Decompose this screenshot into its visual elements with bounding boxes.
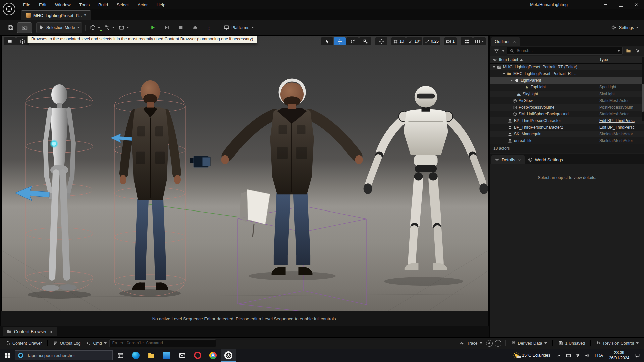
world-space-toggle[interactable] [375, 37, 387, 45]
trace-dropdown[interactable]: Trace [457, 339, 485, 348]
menu-file[interactable]: File [19, 1, 34, 9]
console-input[interactable] [109, 339, 216, 347]
show-desktop-button[interactable] [642, 349, 644, 362]
language-indicator[interactable]: FRA [592, 353, 606, 358]
file-explorer-button[interactable] [144, 349, 159, 362]
table-row[interactable]: SM_HalfSphereBackground StaticMeshActor [490, 111, 644, 117]
settings-dropdown[interactable]: Settings [609, 23, 641, 33]
table-row[interactable]: BP_ThirdPersonCharacter2 Edit BP_ThirdPe… [490, 124, 644, 131]
close-details-button[interactable] [518, 157, 521, 162]
view-mode-button[interactable] [16, 37, 29, 45]
table-row[interactable]: unreal_file SkeletalMeshActor [490, 137, 644, 144]
rotation-snap-toggle[interactable]: 10° [406, 37, 422, 45]
taskbar-search-input[interactable] [26, 353, 109, 358]
table-row[interactable]: AirGlow StaticMeshActor [490, 97, 644, 104]
save-button[interactable] [3, 23, 17, 33]
weather-widget[interactable]: 15°C Eclaircies [509, 349, 554, 362]
viewport-options-button[interactable] [4, 37, 16, 45]
mail-app-button[interactable] [174, 349, 190, 362]
viewport-split-button[interactable] [473, 37, 486, 45]
blueprints-button[interactable] [102, 23, 117, 33]
taskbar-search[interactable] [15, 350, 113, 360]
table-row[interactable]: SK_Mannequin SkeletalMeshActor [490, 131, 644, 137]
table-row[interactable]: TopLight SpotLight [490, 84, 644, 90]
outliner-search[interactable] [507, 47, 623, 55]
clock[interactable]: 23:39 26/01/2024 [606, 350, 633, 361]
expander-icon[interactable] [493, 66, 495, 68]
table-row[interactable]: MHC_LightingPreset_Portrait_RT ... [490, 70, 644, 77]
cmd-dropdown[interactable]: Cmd [83, 339, 109, 348]
selection-mode-dropdown[interactable]: Selection Mode [36, 22, 82, 33]
menu-window[interactable]: Window [51, 1, 74, 9]
volume-button[interactable] [583, 349, 592, 362]
output-log-button[interactable]: Output Log [50, 339, 84, 348]
play-options-button[interactable]: ⋮ [202, 23, 216, 33]
derived-data-dropdown[interactable]: Derived Data [508, 339, 550, 348]
table-row[interactable]: SkyLight SkyLight [490, 90, 644, 97]
add-folder-button[interactable] [625, 47, 632, 54]
move-tool-button[interactable] [334, 37, 346, 45]
edit-blueprint-link[interactable]: Edit BP_ThirdPersc [599, 117, 635, 124]
platforms-dropdown[interactable]: Platforms [222, 23, 256, 33]
menu-tools[interactable]: Tools [76, 1, 93, 9]
viewport-layout-button[interactable] [461, 37, 473, 45]
frame-skip-button[interactable] [160, 23, 174, 33]
filter-button[interactable] [493, 47, 500, 54]
edge-app-button[interactable] [128, 349, 144, 362]
eject-button[interactable] [188, 23, 202, 33]
revision-control-dropdown[interactable]: Revision Control [593, 339, 641, 348]
camera-speed-button[interactable]: 1 [444, 37, 457, 45]
edit-blueprint-link[interactable]: Edit BP_ThirdPersc [599, 124, 635, 131]
tab-details[interactable]: Details [491, 155, 525, 164]
tab-outliner[interactable]: Outliner [491, 37, 520, 46]
screenshot-button[interactable] [495, 340, 501, 347]
table-row-selected[interactable]: LightParent [490, 77, 644, 84]
content-browser-tab[interactable]: Content Browser [3, 327, 57, 336]
unreal-app-button[interactable] [221, 349, 236, 362]
unsaved-button[interactable]: 1 Unsaved [555, 339, 588, 348]
menu-build[interactable]: Build [95, 1, 112, 9]
menu-select[interactable]: Select [113, 1, 132, 9]
network-button[interactable] [573, 349, 583, 362]
hidden-icons-button[interactable] [554, 349, 564, 362]
play-button[interactable] [146, 23, 160, 33]
menu-help[interactable]: Help [153, 1, 169, 9]
start-button[interactable] [0, 349, 15, 362]
stop-button[interactable] [174, 23, 188, 33]
close-button[interactable] [629, 0, 644, 9]
close-outliner-button[interactable] [513, 39, 516, 44]
outliner-scrollbar[interactable] [642, 57, 644, 121]
task-view-button[interactable] [113, 349, 128, 362]
expander-icon[interactable] [503, 73, 505, 75]
select-tool-button[interactable] [321, 37, 333, 45]
minimize-button[interactable] [598, 0, 613, 9]
add-actor-button[interactable]: + [88, 23, 102, 33]
content-drawer-button[interactable]: Content Drawer [3, 339, 45, 348]
menu-actor[interactable]: Actor [134, 1, 151, 9]
menu-edit[interactable]: Edit [35, 1, 50, 9]
grid-snap-toggle[interactable]: 10 [391, 37, 406, 45]
eye-icon[interactable] [493, 58, 497, 62]
scale-tool-button[interactable] [359, 37, 371, 45]
chrome-app-button[interactable] [205, 349, 221, 362]
rotate-tool-button[interactable] [346, 37, 359, 45]
asset-tab[interactable]: MHC_LightingPreset_P... * [21, 10, 91, 20]
maximize-button[interactable] [613, 0, 629, 9]
expander-icon[interactable] [510, 80, 513, 81]
close-tab-button[interactable] [49, 329, 53, 334]
3d-viewport[interactable]: 10 10° 0,25 1 Browses to the associated … [1, 36, 488, 311]
outliner-column-header[interactable]: Item Label Type [490, 56, 644, 64]
scale-snap-toggle[interactable]: 0,25 [423, 37, 440, 45]
scrollbar-thumb[interactable] [642, 84, 644, 112]
table-row[interactable]: PostProcessVolume PostProcessVolum [490, 104, 644, 111]
column-item-label[interactable]: Item Label [499, 57, 518, 62]
tab-world-settings[interactable]: World Settings [525, 155, 567, 164]
cinematics-button[interactable] [117, 23, 131, 33]
table-row[interactable]: MHC_LightingPreset_Portrait_RT (Editor) [490, 64, 644, 70]
table-row[interactable]: BP_ThirdPersonCharacter Edit BP_ThirdPer… [490, 117, 644, 124]
outliner-search-input[interactable] [516, 48, 615, 53]
column-type[interactable]: Type [599, 57, 608, 62]
store-app-button[interactable] [159, 349, 174, 362]
outliner-settings-button[interactable] [634, 47, 641, 54]
notification-center-button[interactable] [633, 349, 642, 362]
